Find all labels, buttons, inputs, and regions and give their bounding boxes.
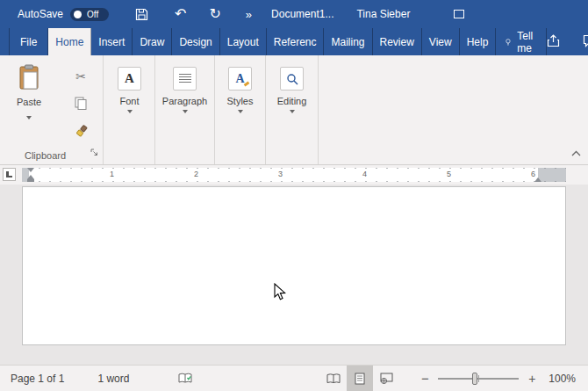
save-icon[interactable]	[135, 8, 148, 21]
share-icon[interactable]	[547, 34, 560, 50]
document-title: Document1...	[271, 8, 333, 20]
word-count-status[interactable]: 1 word	[97, 373, 129, 385]
read-mode-button[interactable]	[320, 366, 347, 391]
lightbulb-icon	[505, 36, 512, 48]
format-painter-icon	[75, 125, 88, 138]
font-dropdown-caret-icon	[127, 110, 133, 113]
copy-button[interactable]	[70, 92, 91, 113]
horizontal-ruler[interactable]: 1 2 3 4 5 6	[0, 165, 588, 185]
editing-group-label: Editing	[277, 96, 307, 106]
font-icon: A	[118, 67, 141, 91]
clipboard-group: Paste ✂ Clipboard	[0, 55, 104, 164]
tab-home[interactable]: Home	[48, 28, 91, 55]
ribbon-home: Paste ✂ Clipboard A Font	[0, 55, 588, 165]
ribbon-display-options-icon[interactable]	[454, 10, 464, 18]
right-indent-marker[interactable]	[534, 177, 541, 182]
ribbon-tab-row: File Home Insert Draw Design Layout Refe…	[0, 28, 588, 55]
redo-icon[interactable]: ↻	[209, 7, 220, 21]
document-page[interactable]	[22, 186, 566, 345]
paste-dropdown-caret-icon[interactable]	[26, 116, 32, 119]
collapse-ribbon-chevron-icon[interactable]	[571, 144, 581, 160]
tab-insert[interactable]: Insert	[91, 28, 133, 55]
clipboard-group-label: Clipboard	[0, 150, 90, 161]
format-painter-button[interactable]	[70, 120, 91, 141]
zoom-slider[interactable]	[438, 372, 519, 386]
autosave-state: Off	[87, 10, 98, 19]
ruler-strip[interactable]: 1 2 3 4 5 6	[22, 168, 566, 182]
paste-label: Paste	[7, 97, 51, 107]
paragraph-icon	[173, 67, 197, 91]
tab-draw[interactable]: Draw	[133, 28, 172, 55]
left-indent-marker[interactable]	[27, 179, 34, 182]
status-bar: Page 1 of 1 1 word − + 100%	[0, 365, 588, 391]
comments-icon[interactable]	[583, 34, 588, 50]
ruler-number: 3	[278, 170, 283, 178]
title-bar: AutoSave Off ↶ ↻ » Document1... Tina Sie…	[0, 0, 588, 28]
page-number-status[interactable]: Page 1 of 1	[11, 373, 64, 385]
tab-view[interactable]: View	[422, 28, 460, 55]
styles-group-label: Styles	[227, 96, 254, 106]
paste-clipboard-icon	[18, 64, 40, 91]
zoom-slider-center-tick	[478, 375, 479, 382]
paragraph-group-button[interactable]: Paragraph	[155, 55, 215, 164]
paragraph-group-label: Paragraph	[162, 96, 207, 106]
collapsed-groups: A Font Paragraph A Styles Editing	[104, 55, 319, 164]
ruler-number: 4	[362, 170, 367, 178]
print-layout-button[interactable]	[347, 366, 373, 391]
undo-icon[interactable]: ↶	[175, 7, 186, 21]
editing-search-icon	[280, 67, 304, 91]
font-group-label: Font	[119, 96, 139, 106]
paste-button[interactable]: Paste	[7, 64, 51, 123]
tab-layout[interactable]: Layout	[220, 28, 267, 55]
editing-group-button[interactable]: Editing	[266, 55, 319, 164]
paragraph-dropdown-caret-icon	[183, 110, 188, 113]
styles-group-button[interactable]: A Styles	[215, 55, 266, 164]
tab-review[interactable]: Review	[373, 28, 422, 55]
web-layout-button[interactable]	[373, 366, 399, 391]
clipboard-dialog-launcher-icon[interactable]	[90, 144, 98, 160]
tab-mailings[interactable]: Mailing	[324, 28, 372, 55]
autosave-label: AutoSave	[18, 8, 63, 20]
copy-icon	[75, 97, 87, 110]
ruler-text-area	[29, 168, 538, 182]
ruler-number: 5	[447, 170, 451, 178]
styles-dropdown-caret-icon	[238, 110, 243, 113]
ruler-number: 1	[110, 170, 114, 178]
tab-file[interactable]: File	[9, 28, 48, 55]
tell-me-label: Tell me	[517, 30, 537, 54]
user-account[interactable]: Tina Sieber	[356, 8, 410, 20]
zoom-out-button[interactable]: −	[419, 371, 431, 386]
styles-icon: A	[228, 67, 252, 91]
cut-button[interactable]: ✂	[70, 66, 91, 87]
tell-me-box[interactable]: Tell me	[496, 28, 547, 55]
editing-dropdown-caret-icon	[290, 110, 295, 113]
tab-stop-selector[interactable]	[3, 168, 16, 181]
font-group-button[interactable]: A Font	[104, 55, 155, 164]
tab-references[interactable]: Referenc	[267, 28, 325, 55]
document-area	[0, 185, 588, 365]
autosave-toggle[interactable]: Off	[70, 8, 109, 21]
proofing-status-icon[interactable]	[178, 373, 192, 385]
zoom-slider-thumb[interactable]	[472, 373, 477, 385]
tab-help[interactable]: Help	[460, 28, 497, 55]
autosave-toggle-knob	[74, 11, 82, 18]
tab-design[interactable]: Design	[172, 28, 219, 55]
ruler-number: 2	[194, 170, 198, 178]
zoom-in-button[interactable]: +	[526, 372, 538, 386]
zoom-level[interactable]: 100%	[549, 373, 576, 385]
more-commands-chevron-icon[interactable]: »	[246, 9, 252, 20]
first-line-indent-marker[interactable]	[27, 168, 34, 172]
